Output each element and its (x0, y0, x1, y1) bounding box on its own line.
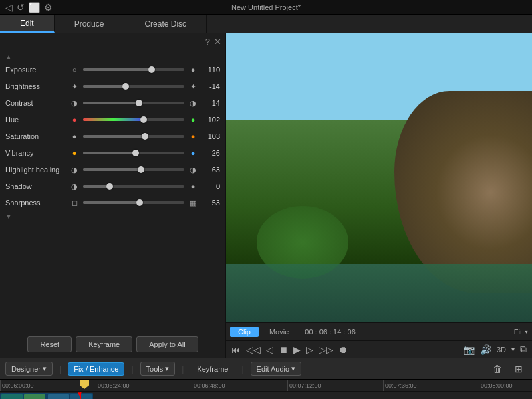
toolbar-sep-2: | (131, 364, 133, 374)
toolbar-sep-4: | (241, 364, 243, 374)
frame-fwd-button[interactable]: ▷ (306, 344, 313, 355)
exposure-slider[interactable] (83, 68, 184, 71)
shadow-icon-right: ● (187, 182, 199, 190)
shadow-slider[interactable] (83, 185, 184, 188)
delete-button[interactable]: 🗑 (489, 361, 505, 377)
exposure-label: Exposure (5, 66, 68, 74)
svg-rect-1 (1, 394, 23, 399)
step-fwd-button[interactable]: ▷▷ (319, 344, 333, 355)
shadow-row: Shadow ◑ ● 0 (5, 178, 220, 194)
titlebar-icons: ◁ ↺ ⬜ ⚙ (5, 2, 53, 13)
panel-buttons: Reset Keyframe Apply to All (0, 331, 225, 358)
ruler-mark-3: 00:07:12:00 (287, 380, 321, 391)
sharpness-value: 53 (199, 199, 220, 207)
exposure-icon-right: ● (187, 66, 199, 74)
ruler-mark-4: 00:07:36:00 (383, 380, 417, 391)
brightness-icon-left: ✦ (68, 82, 80, 91)
vibrancy-slider[interactable] (83, 152, 184, 154)
toolbar-sep-3: | (182, 364, 184, 374)
exposure-row: Exposure ○ ● 110 (5, 62, 220, 78)
designer-chevron: ▾ (43, 364, 47, 373)
vibrancy-label: Vibrancy (5, 149, 68, 157)
preview-water (226, 264, 532, 322)
undo-icon[interactable]: ↺ (17, 2, 25, 13)
tab-produce[interactable]: Produce (55, 15, 125, 33)
designer-dropdown[interactable]: Designer ▾ (5, 362, 53, 376)
frame-back-button[interactable]: ◁ (266, 344, 273, 355)
copy-button[interactable]: ⊞ (511, 361, 527, 377)
window-title: New Untitled Project* (231, 3, 301, 11)
settings-icon[interactable]: ⚙ (44, 2, 53, 13)
timeline-tracks (0, 392, 532, 399)
keyframe-toolbar-item[interactable]: Keyframe (190, 363, 235, 375)
right-panel: Clip Movie 00 : 06 : 14 : 06 Fit ▾ ⏮ ◁◁ … (226, 33, 532, 358)
help-button[interactable]: ? (205, 37, 210, 47)
play-button[interactable]: ▶ (293, 344, 301, 355)
timeline-ruler: 00:06:00:00 00:06:24:00 00:06:48:00 00:0… (0, 380, 532, 392)
preview-rocks (394, 91, 532, 293)
highlight-healing-slider[interactable] (83, 168, 184, 171)
highlight-healing-row: Highlight healing ◑ ◑ 63 (5, 162, 220, 178)
tools-dropdown[interactable]: Tools ▾ (140, 362, 176, 376)
apply-to-all-button[interactable]: Apply to All (136, 336, 198, 352)
reset-button[interactable]: Reset (27, 336, 72, 352)
section-arrow-top[interactable]: ▲ (5, 52, 220, 62)
svg-rect-2 (24, 394, 45, 399)
record-button[interactable]: ⏺ (338, 344, 348, 355)
fit-dropdown-icon[interactable]: ▾ (525, 328, 528, 335)
toolbar-sep-1: | (59, 364, 61, 374)
ruler-playhead-marker (80, 380, 89, 389)
preview-fit[interactable]: Fit (514, 328, 522, 336)
3d-dropdown[interactable]: ▾ (511, 346, 515, 353)
sharpness-slider[interactable] (83, 201, 184, 204)
volume-button[interactable]: 🔊 (480, 344, 491, 355)
snapshot-button[interactable]: 📷 (464, 344, 475, 355)
hue-slider[interactable] (83, 118, 184, 121)
stop-button[interactable]: ⏹ (279, 344, 288, 355)
fix-enhance-dropdown[interactable]: Fix / Enhance (68, 362, 124, 376)
svg-rect-3 (48, 394, 69, 399)
ruler-mark-1: 00:06:24:00 (96, 380, 130, 391)
preview-area (226, 33, 532, 322)
contrast-icon-left: ◑ (68, 99, 80, 108)
tab-create-disc[interactable]: Create Disc (124, 15, 207, 33)
preview-tab-clip[interactable]: Clip (230, 327, 259, 337)
playhead[interactable] (80, 392, 81, 399)
tab-edit[interactable]: Edit (0, 15, 55, 33)
close-button[interactable]: ✕ (214, 37, 221, 47)
exposure-value: 110 (199, 66, 220, 74)
step-back-button[interactable]: ◁◁ (246, 344, 261, 355)
tools-chevron: ▾ (165, 364, 169, 373)
split-screen-button[interactable]: ⧉ (520, 344, 527, 355)
saturation-value: 103 (199, 132, 220, 140)
vibrancy-icon-right: ● (187, 149, 199, 157)
back-icon[interactable]: ◁ (5, 2, 13, 13)
contrast-slider[interactable] (83, 102, 184, 104)
preview-tab-movie[interactable]: Movie (261, 327, 297, 337)
hue-row: Hue ● ● 102 (5, 112, 220, 128)
sharpness-icon-right: ▦ (187, 199, 199, 207)
exposure-icon-left: ○ (68, 66, 80, 74)
3d-button[interactable]: 3D (497, 346, 506, 354)
edit-audio-dropdown[interactable]: Edit Audio ▾ (251, 362, 302, 376)
preview-controls: Clip Movie 00 : 06 : 14 : 06 Fit ▾ (226, 322, 532, 340)
redo-icon[interactable]: ⬜ (29, 2, 40, 13)
section-arrow-bottom[interactable]: ▼ (5, 211, 220, 221)
preview-time: 00 : 06 : 14 : 06 (305, 328, 355, 336)
sliders-area: ▲ Exposure ○ ● 110 Brightness ✦ (0, 49, 225, 331)
go-start-button[interactable]: ⏮ (231, 344, 241, 355)
brightness-label: Brightness (5, 82, 68, 90)
sharpness-row: Sharpness ◻ ▦ 53 (5, 195, 220, 211)
contrast-row: Contrast ◑ ◑ 14 (5, 95, 220, 111)
saturation-row: Saturation ● ● 103 (5, 128, 220, 144)
shadow-label: Shadow (5, 182, 68, 190)
brightness-icon-right: ✦ (187, 82, 199, 91)
contrast-label: Contrast (5, 99, 68, 107)
left-panel: ? ✕ ▲ Exposure ○ ● 110 Brightness ✦ (0, 33, 226, 358)
contrast-icon-right: ◑ (187, 99, 199, 108)
saturation-slider[interactable] (83, 135, 184, 138)
keyframe-button[interactable]: Keyframe (76, 336, 132, 352)
edit-audio-chevron: ▾ (291, 364, 295, 373)
brightness-slider[interactable] (83, 85, 184, 88)
playback-controls: ⏮ ◁◁ ◁ ⏹ ▶ ▷ ▷▷ ⏺ 📷 🔊 3D ▾ ⧉ (226, 340, 532, 358)
